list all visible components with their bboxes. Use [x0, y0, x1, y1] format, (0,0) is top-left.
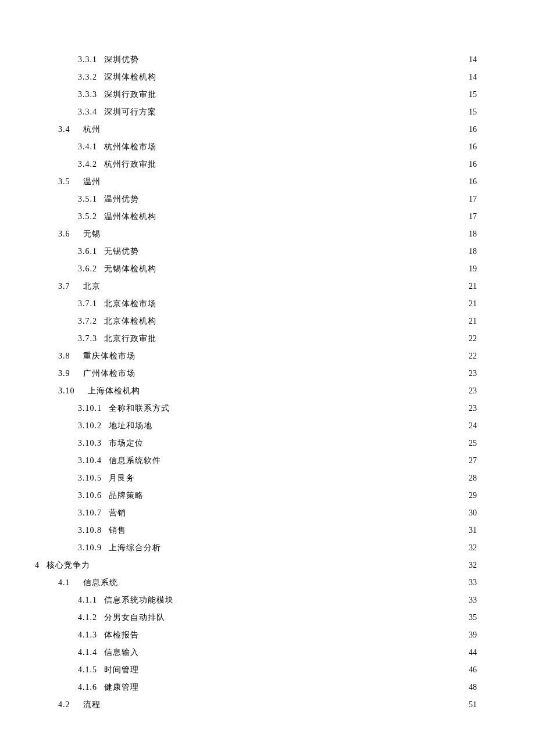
toc-page-number: 24	[466, 417, 477, 435]
toc-number: 3.9	[58, 365, 70, 382]
toc-leader-dots	[101, 699, 467, 707]
toc-title: 无锡	[70, 225, 101, 243]
toc-entry: 3.3.4深圳可行方案15	[35, 103, 477, 121]
toc-leader-dots	[156, 89, 466, 97]
toc-page-number: 51	[466, 696, 477, 714]
toc-title: 重庆体检市场	[70, 347, 135, 365]
toc-page-number: 32	[466, 557, 477, 574]
toc-leader-dots	[161, 455, 466, 463]
toc-page-number: 14	[466, 51, 477, 69]
toc-title: 杭州行政审批	[97, 156, 156, 173]
toc-title: 深圳可行方案	[97, 103, 156, 121]
toc-entry: 3.3.3深圳行政审批15	[35, 86, 477, 103]
toc-page-number: 17	[466, 191, 477, 208]
toc-number: 4.1	[58, 574, 70, 592]
toc-page-number: 22	[466, 347, 477, 365]
toc-entry: 3.9广州体检市场23	[35, 365, 477, 382]
toc-number: 3.7.1	[78, 295, 97, 313]
toc-page-number: 16	[466, 138, 477, 156]
toc-page-number: 33	[466, 574, 477, 592]
toc-entry: 3.4.2杭州行政审批16	[35, 156, 477, 173]
toc-page-number: 48	[466, 679, 477, 696]
toc-number: 3.10.3	[78, 435, 102, 452]
toc-leader-dots	[144, 438, 466, 446]
toc-title: 信息系统软件	[102, 452, 161, 470]
toc-leader-dots	[156, 141, 466, 149]
toc-title: 流程	[70, 696, 101, 714]
toc-title: 信息系统功能模块	[97, 592, 174, 609]
toc-leader-dots	[156, 333, 466, 341]
toc-title: 北京体检机构	[97, 313, 156, 330]
toc-leader-dots	[139, 629, 466, 637]
toc-page-number: 15	[466, 103, 477, 121]
toc-page-number: 35	[466, 609, 477, 626]
toc-page-number: 33	[466, 592, 477, 609]
toc-leader-dots	[139, 54, 466, 62]
toc-entry: 3.6无锡18	[35, 225, 477, 243]
toc-page-number: 16	[466, 121, 477, 138]
toc-leader-dots	[144, 490, 466, 498]
toc-page-number: 23	[466, 400, 477, 417]
toc-title: 销售	[102, 522, 126, 539]
toc-title: 市场定位	[102, 435, 144, 452]
toc-entry: 3.10.2地址和场地24	[35, 417, 477, 435]
toc-title: 上海体检机构	[75, 382, 140, 400]
toc-title: 无锡体检机构	[97, 260, 156, 278]
toc-number: 3.10.2	[78, 417, 102, 435]
toc-leader-dots	[174, 594, 466, 603]
toc-number: 3.7	[58, 278, 70, 295]
toc-page-number: 30	[466, 504, 477, 522]
toc-page-number: 23	[466, 382, 477, 400]
toc-page-number: 16	[466, 156, 477, 173]
toc-number: 3.10.6	[78, 487, 102, 504]
toc-leader-dots	[101, 228, 467, 237]
toc-leader-dots	[156, 71, 466, 80]
toc-number: 3.5	[58, 173, 70, 191]
toc-entry: 3.8重庆体检市场22	[35, 347, 477, 365]
toc-entry: 3.6.2无锡体检机构19	[35, 260, 477, 278]
toc-leader-dots	[156, 316, 466, 324]
toc-entry: 3.10.4信息系统软件27	[35, 452, 477, 470]
toc-number: 4.2	[58, 696, 70, 714]
toc-entry: 3.5.2温州体检机构17	[35, 208, 477, 225]
toc-page-number: 21	[466, 313, 477, 330]
toc-title: 分男女自动排队	[97, 609, 165, 626]
toc-title: 深圳体检机构	[97, 69, 156, 86]
toc-entry: 3.4.1杭州体检市场16	[35, 138, 477, 156]
toc-entry: 3.5.1温州优势17	[35, 191, 477, 208]
toc-title: 广州体检市场	[70, 365, 135, 382]
toc-title: 无锡优势	[97, 243, 139, 260]
toc-number: 3.7.3	[78, 330, 97, 347]
toc-entry: 3.4杭州16	[35, 121, 477, 138]
toc-entry: 3.7北京21	[35, 278, 477, 295]
toc-leader-dots	[118, 577, 467, 585]
toc-title: 信息输入	[97, 644, 139, 661]
toc-entry: 4核心竞争力32	[35, 557, 477, 574]
toc-number: 3.10.1	[78, 400, 102, 417]
toc-leader-dots	[90, 560, 466, 568]
toc-entry: 3.10.8销售31	[35, 522, 477, 539]
toc-title: 温州优势	[97, 191, 139, 208]
toc-number: 3.6	[58, 225, 70, 243]
toc-number: 3.5.1	[78, 191, 97, 208]
toc-number: 3.3.4	[78, 103, 97, 121]
toc-page-number: 18	[466, 225, 477, 243]
toc-title: 营销	[102, 504, 126, 522]
toc-entry: 3.7.1北京体检市场21	[35, 295, 477, 313]
toc-leader-dots	[140, 385, 467, 393]
toc-number: 4	[35, 557, 40, 574]
toc-leader-dots	[161, 542, 466, 550]
toc-entry: 3.7.2北京体检机构21	[35, 313, 477, 330]
toc-leader-dots	[139, 194, 466, 202]
toc-leader-dots	[139, 682, 466, 690]
toc-entry: 4.1.1信息系统功能模块33	[35, 592, 477, 609]
toc-title: 杭州	[70, 121, 101, 138]
toc-title: 地址和场地	[102, 417, 152, 435]
toc-page-number: 25	[466, 435, 477, 452]
toc-number: 3.10	[58, 382, 75, 400]
toc-page-number: 15	[466, 86, 477, 103]
toc-entry: 3.10.1全称和联系方式23	[35, 400, 477, 417]
toc-leader-dots	[139, 246, 466, 254]
toc-number: 3.10.7	[78, 504, 102, 522]
toc-title: 信息系统	[70, 574, 118, 592]
